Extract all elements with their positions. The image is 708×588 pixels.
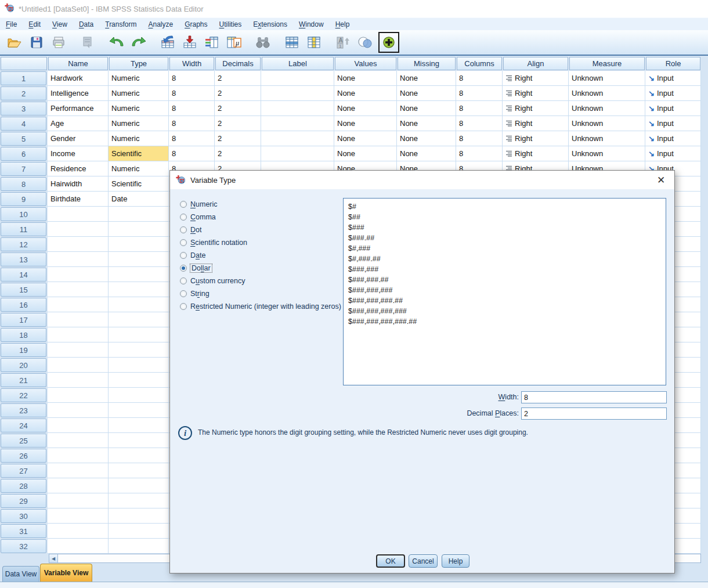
format-option[interactable]: $### xyxy=(348,222,666,233)
cell-name[interactable] xyxy=(48,312,109,327)
variables-icon[interactable] xyxy=(201,33,223,52)
menu-edit[interactable]: Edit xyxy=(23,19,46,30)
cell-type[interactable]: Scientific xyxy=(109,146,169,161)
format-option[interactable]: $# xyxy=(348,201,666,212)
cell-measure[interactable]: Unknown xyxy=(569,146,645,161)
cell-decimals[interactable]: 2 xyxy=(215,71,261,86)
cell-missing[interactable]: None xyxy=(397,101,456,116)
cell-role[interactable]: ↘Input xyxy=(645,131,701,146)
cell-type[interactable] xyxy=(109,539,169,554)
cell-role[interactable]: ↘Input xyxy=(645,71,701,86)
cell-decimals[interactable]: 2 xyxy=(215,86,261,101)
cell-columns[interactable]: 8 xyxy=(456,116,503,131)
tab-data-view[interactable]: Data View xyxy=(2,566,39,582)
close-icon[interactable]: ✕ xyxy=(653,174,669,186)
insert-cases-icon[interactable] xyxy=(281,33,303,52)
cell-width[interactable]: 8 xyxy=(169,101,215,116)
row-number[interactable]: 6 xyxy=(1,147,46,161)
cell-type[interactable] xyxy=(109,327,169,342)
go-to-variable-icon[interactable] xyxy=(179,33,201,52)
row-number[interactable]: 5 xyxy=(1,132,46,146)
cell-decimals[interactable]: 2 xyxy=(215,131,261,146)
cell-values[interactable]: None xyxy=(334,86,397,101)
cell-missing[interactable]: None xyxy=(397,116,456,131)
cell-type[interactable]: Numeric xyxy=(109,71,169,86)
radio-restricted-numeric-integer-with-leading-zeros[interactable]: Restricted Numeric (integer with leading… xyxy=(180,300,341,313)
row-number[interactable]: 31 xyxy=(1,524,46,538)
corner-header[interactable] xyxy=(1,57,47,70)
row-number[interactable]: 29 xyxy=(1,494,46,508)
cell-type[interactable] xyxy=(109,463,169,478)
cell-missing[interactable]: None xyxy=(397,86,456,101)
cell-name[interactable]: Residence xyxy=(48,161,109,176)
cell-decimals[interactable]: 2 xyxy=(215,116,261,131)
row-number[interactable]: 4 xyxy=(1,117,46,131)
cell-decimals[interactable]: 2 xyxy=(215,101,261,116)
cell-width[interactable]: 8 xyxy=(169,86,215,101)
menu-window[interactable]: Window xyxy=(293,19,330,30)
cell-type[interactable]: Numeric xyxy=(109,86,169,101)
cell-missing[interactable]: None xyxy=(397,131,456,146)
cell-name[interactable]: Income xyxy=(48,146,109,161)
cell-type[interactable] xyxy=(109,388,169,403)
cell-type[interactable] xyxy=(109,508,169,524)
row-number[interactable]: 24 xyxy=(1,419,46,432)
row-number[interactable]: 9 xyxy=(1,192,46,206)
cell-type[interactable] xyxy=(109,373,169,388)
cell-name[interactable]: Intelligence xyxy=(48,86,109,101)
format-option[interactable]: $#,###.## xyxy=(348,254,666,264)
open-data-icon[interactable] xyxy=(3,33,26,52)
row-number[interactable]: 11 xyxy=(1,222,46,236)
show-all-variables-icon[interactable] xyxy=(378,32,399,53)
cell-name[interactable] xyxy=(48,418,109,433)
col-header-label[interactable]: Label xyxy=(262,57,334,70)
cell-name[interactable] xyxy=(48,448,109,463)
col-header-role[interactable]: Role xyxy=(646,57,700,70)
col-header-measure[interactable]: Measure xyxy=(569,57,645,70)
cell-type[interactable] xyxy=(109,478,169,493)
go-to-case-icon[interactable] xyxy=(157,33,179,52)
scroll-left-arrow-icon[interactable]: ◀ xyxy=(49,554,58,562)
cell-name[interactable] xyxy=(48,297,109,312)
col-header-columns[interactable]: Columns xyxy=(457,57,502,70)
cell-name[interactable] xyxy=(48,403,109,418)
row-number[interactable]: 2 xyxy=(1,86,46,100)
col-header-name[interactable]: Name xyxy=(48,57,108,70)
format-option[interactable]: $#,### xyxy=(348,243,666,254)
decimal-places-input[interactable] xyxy=(521,407,667,420)
cell-type[interactable] xyxy=(109,433,169,448)
row-number[interactable]: 7 xyxy=(1,162,46,176)
row-number[interactable]: 18 xyxy=(1,328,46,342)
cell-type[interactable] xyxy=(109,267,169,282)
cell-name[interactable]: Gender xyxy=(48,131,109,146)
cell-measure[interactable]: Unknown xyxy=(569,131,645,146)
use-variable-sets-icon[interactable] xyxy=(354,33,376,52)
cell-label[interactable] xyxy=(261,116,334,131)
format-option[interactable]: $###,###,###.## xyxy=(348,295,666,306)
row-number[interactable]: 8 xyxy=(1,177,46,191)
cell-name[interactable] xyxy=(48,282,109,297)
cell-name[interactable] xyxy=(48,237,109,252)
cell-type[interactable] xyxy=(109,342,169,358)
cell-columns[interactable]: 8 xyxy=(456,101,503,116)
row-number[interactable]: 23 xyxy=(1,403,46,417)
menu-analyze[interactable]: Analyze xyxy=(142,19,179,30)
descriptive-statistics-icon[interactable]: μ xyxy=(223,33,245,52)
cell-name[interactable] xyxy=(48,388,109,403)
cell-columns[interactable]: 8 xyxy=(456,71,503,86)
cell-type[interactable]: Numeric xyxy=(109,131,169,146)
cell-type[interactable] xyxy=(109,222,169,237)
radio-dollar[interactable]: Dollar xyxy=(180,262,341,275)
cell-name[interactable] xyxy=(48,539,109,554)
row-number[interactable]: 17 xyxy=(1,313,46,327)
cell-label[interactable] xyxy=(261,146,334,161)
cell-missing[interactable]: None xyxy=(397,71,456,86)
radio-string[interactable]: String xyxy=(180,287,341,300)
row-number[interactable]: 3 xyxy=(1,102,46,116)
cell-name[interactable]: Performance xyxy=(48,101,109,116)
cell-values[interactable]: None xyxy=(334,146,397,161)
cell-columns[interactable]: 8 xyxy=(456,131,503,146)
cell-name[interactable] xyxy=(48,358,109,373)
insert-variable-icon[interactable] xyxy=(303,33,325,52)
cell-values[interactable]: None xyxy=(334,116,397,131)
